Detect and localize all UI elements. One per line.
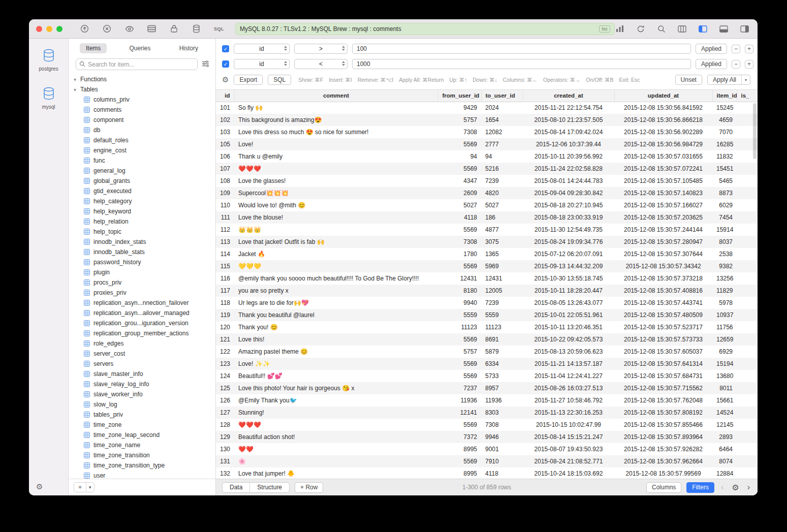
sidebar-table-item[interactable]: replication_asyn...nnection_failover (69, 298, 215, 308)
grid-cell-from_user_id[interactable]: 4118 (438, 211, 481, 224)
grid-row[interactable]: 116@emily thank you soooo much beautiful… (216, 272, 758, 285)
grid-row[interactable]: 109Supercool💥💥💥260948202015-09-04 09:28:… (216, 187, 758, 199)
grid-cell-id[interactable]: 131 (216, 455, 234, 467)
grid-cell-is_[interactable] (737, 175, 758, 187)
grid-cell-comment[interactable]: Love! (234, 138, 438, 150)
grid-cell-id[interactable]: 126 (216, 394, 234, 406)
grid-cell-created_at[interactable]: 2015-10-01 22:05:51.961 (523, 309, 614, 321)
grid-cell-id[interactable]: 114 (216, 248, 234, 260)
grid-cell-id[interactable]: 105 (216, 138, 234, 150)
grid-cell-created_at[interactable]: 2015-08-26 16:03:27.513 (523, 382, 614, 394)
grid-cell-to_user_id[interactable]: 8303 (481, 406, 523, 419)
applied-button[interactable]: Applied (696, 59, 727, 69)
sidebar-table-item[interactable]: time_zone_transition_type (69, 460, 215, 471)
toggle-bottom-panel-icon[interactable] (719, 24, 729, 34)
grid-cell-updated_at[interactable]: 2015-12-08 15:30:56.984729 (614, 138, 712, 150)
grid-cell-to_user_id[interactable]: 2777 (481, 138, 523, 150)
grid-cell-from_user_id[interactable]: 2609 (438, 187, 481, 199)
sidebar-table-item[interactable]: tables_priv (69, 410, 215, 420)
grid-cell-updated_at[interactable]: 2015-12-08 15:30:57.072241 (614, 163, 712, 175)
grid-row[interactable]: 125Love this photo! Your hair is gorgeou… (216, 382, 758, 394)
grid-row[interactable]: 107❤️❤️❤️556952162015-11-24 22:02:58.828… (216, 163, 758, 175)
grid-cell-id[interactable]: 107 (216, 163, 234, 175)
filter-value-input[interactable] (352, 59, 691, 69)
grid-cell-is_[interactable] (737, 224, 758, 236)
filters-button[interactable]: Filters (686, 482, 714, 493)
grid-cell-updated_at[interactable]: 2015-12-08 15:30:57.99569 (614, 467, 712, 479)
grid-cell-updated_at[interactable]: 2015-12-08 15:30:57.443741 (614, 297, 712, 309)
sidebar-table-item[interactable]: procs_priv (69, 277, 215, 288)
filter-enabled-checkbox[interactable]: ✓ (222, 60, 229, 68)
grid-cell-updated_at[interactable]: 2015-12-08 15:30:57.684731 (614, 370, 712, 382)
grid-cell-comment[interactable]: This background is amazing😍 (234, 114, 438, 126)
grid-cell-to_user_id[interactable]: 186 (481, 211, 523, 224)
grid-cell-created_at[interactable]: 2015-08-10 21:23:57.505 (523, 114, 614, 126)
column-header-to_user_id[interactable]: to_user_id (481, 90, 523, 102)
grid-cell-id[interactable]: 106 (216, 150, 234, 163)
grid-cell-created_at[interactable]: 2015-10-11 18:28:20.447 (523, 285, 614, 297)
grid-cell-from_user_id[interactable]: 9429 (438, 102, 481, 114)
grid-row[interactable]: 110Would love to! @mith 😊502750272015-08… (216, 199, 758, 211)
grid-cell-from_user_id[interactable]: 5569 (438, 358, 481, 370)
grid-cell-from_user_id[interactable]: 8995 (438, 443, 481, 455)
grid-cell-from_user_id[interactable]: 9940 (438, 297, 481, 309)
toggle-left-panel-icon[interactable] (698, 24, 708, 34)
grid-cell-to_user_id[interactable]: 9946 (481, 431, 523, 443)
filter-column-select[interactable]: id (234, 59, 290, 69)
grid-cell-created_at[interactable]: 2015-10-15 10:02:47.99 (523, 419, 614, 431)
grid-cell-item_id[interactable]: 16285 (712, 138, 737, 150)
grid-cell-created_at[interactable]: 2015-10-22 09:42:05.573 (523, 333, 614, 346)
grid-cell-item_id[interactable]: 15245 (712, 102, 737, 114)
grid-cell-created_at[interactable]: 2015-11-21 22:12:54.754 (523, 102, 614, 114)
grid-row[interactable]: 130❤️❤️899590012015-08-07 19:43:50.92320… (216, 443, 758, 455)
grid-cell-id[interactable]: 115 (216, 260, 234, 272)
grid-row[interactable]: 126@Emily Thank you🐦11936119362015-11-27… (216, 394, 758, 406)
grid-cell-updated_at[interactable]: 2015-12-08 15:30:57.140823 (614, 187, 712, 199)
column-header-created_at[interactable]: created_at (523, 90, 614, 102)
tree-group-functions[interactable]: ▾ Functions (69, 74, 215, 84)
grid-cell-from_user_id[interactable]: 12431 (438, 272, 481, 285)
columns-button[interactable]: Columns (646, 482, 681, 493)
grid-cell-comment[interactable]: Love this dress so much 😍 so nice for su… (234, 126, 438, 138)
grid-cell-is_[interactable] (737, 394, 758, 406)
tree-group-tables[interactable]: ▾ Tables (69, 84, 215, 95)
grid-cell-to_user_id[interactable]: 7239 (481, 297, 523, 309)
grid-cell-updated_at[interactable]: 2015-12-08 15:30:57.408816 (614, 285, 712, 297)
grid-cell-updated_at[interactable]: 2015-12-08 15:30:56.866218 (614, 114, 712, 126)
grid-row[interactable]: 123Love! ✨✨556963342015-11-21 14:13:57.1… (216, 358, 758, 370)
grid-cell-id[interactable]: 121 (216, 333, 234, 346)
minimize-window-button[interactable] (46, 26, 52, 32)
grid-row[interactable]: 121Love this!556986912015-10-22 09:42:05… (216, 333, 758, 346)
grid-cell-item_id[interactable]: 13256 (712, 272, 737, 285)
column-header-id[interactable]: id (216, 90, 234, 102)
grid-cell-is_[interactable] (737, 309, 758, 321)
grid-cell-created_at[interactable]: 2015-08-18 23:00:33.919 (523, 211, 614, 224)
grid-cell-to_user_id[interactable]: 6334 (481, 358, 523, 370)
grid-cell-item_id[interactable]: 6029 (712, 199, 737, 211)
grid-cell-id[interactable]: 130 (216, 443, 234, 455)
grid-cell-from_user_id[interactable]: 8180 (438, 285, 481, 297)
grid-row[interactable]: 119Thank you beautiful @laurel5559555920… (216, 309, 758, 321)
grid-cell-is_[interactable] (737, 370, 758, 382)
column-header-comment[interactable]: comment (234, 90, 438, 102)
grid-cell-is_[interactable] (737, 199, 758, 211)
grid-cell-from_user_id[interactable]: 7308 (438, 236, 481, 248)
grid-cell-from_user_id[interactable]: 11936 (438, 394, 481, 406)
apply-all-button[interactable]: Apply All ▾ (707, 75, 750, 85)
grid-cell-from_user_id[interactable]: 7308 (438, 126, 481, 138)
grid-row[interactable]: 111Love the blouse!41181862015-08-18 23:… (216, 211, 758, 224)
grid-cell-updated_at[interactable]: 2015-12-08 15:30:57.573733 (614, 333, 712, 346)
grid-cell-item_id[interactable]: 5978 (712, 297, 737, 309)
grid-cell-created_at[interactable]: 2015-08-18 20:27:10.945 (523, 199, 614, 211)
grid-cell-comment[interactable]: Thank you beautiful @laurel (234, 309, 438, 321)
grid-cell-id[interactable]: 123 (216, 358, 234, 370)
grid-cell-updated_at[interactable]: 2015-12-08 15:30:57.244144 (614, 224, 712, 236)
grid-cell-comment[interactable]: So fly 🙌 (234, 102, 438, 114)
grid-cell-item_id[interactable]: 4659 (712, 114, 737, 126)
sidebar-table-item[interactable]: slow_log (69, 399, 215, 410)
filter-operator-select[interactable]: < (294, 59, 348, 69)
grid-cell-is_[interactable] (737, 346, 758, 358)
grid-cell-to_user_id[interactable]: 1365 (481, 248, 523, 260)
sidebar-table-item[interactable]: component (69, 115, 215, 125)
grid-cell-from_user_id[interactable]: 5569 (438, 455, 481, 467)
